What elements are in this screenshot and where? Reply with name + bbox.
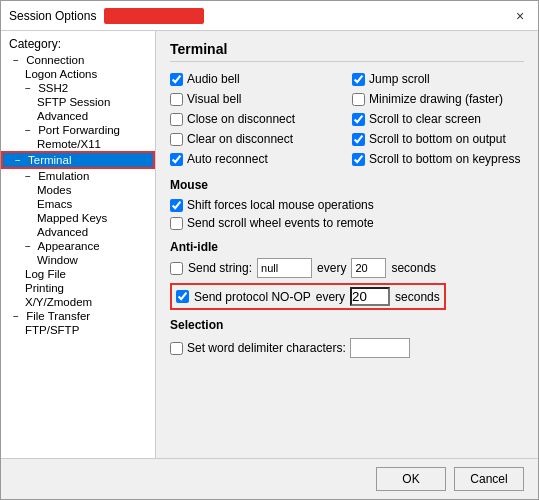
send-noop-input[interactable] [350,287,390,306]
category-label: Category: [1,35,155,53]
shift-forces-checkbox[interactable] [170,199,183,212]
sidebar-item-advanced[interactable]: Advanced [1,109,155,123]
close-button[interactable]: × [510,6,530,26]
sidebar-item-connection[interactable]: − Connection [1,53,155,67]
window-title: Session Options [9,9,96,23]
clear-disconnect-label: Clear on disconnect [187,132,293,146]
sidebar-item-label: File Transfer [26,310,90,322]
send-noop-checkbox[interactable] [176,290,189,303]
scroll-bottom-keypress-checkbox[interactable] [352,153,365,166]
sidebar-item-ssh2[interactable]: − SSH2 [1,81,155,95]
word-delimiter-input[interactable] [350,338,410,358]
sidebar: Category: − Connection Logon Actions − S… [1,31,156,458]
send-string-every-input[interactable] [351,258,386,278]
close-disconnect-checkbox[interactable] [170,113,183,126]
main-panel: Terminal Audio bell Jump scroll Visual b… [156,31,538,458]
sidebar-item-label: Emacs [37,198,72,210]
scroll-to-bottom-output-row: Scroll to bottom on output [352,130,524,148]
scroll-bottom-output-checkbox[interactable] [352,133,365,146]
selection-section-title: Selection [170,318,524,332]
sidebar-item-label: X/Y/Zmodem [25,296,92,308]
shift-forces-label: Shift forces local mouse operations [187,198,374,212]
sidebar-item-label: SSH2 [38,82,68,94]
jump-scroll-row: Jump scroll [352,70,524,88]
sidebar-item-file-transfer[interactable]: − File Transfer [1,309,155,323]
sidebar-item-logon-actions[interactable]: Logon Actions [1,67,155,81]
every-label: every [317,261,346,275]
sidebar-item-label: Mapped Keys [37,212,107,224]
scroll-to-clear-row: Scroll to clear screen [352,110,524,128]
audio-bell-label: Audio bell [187,72,240,86]
visual-bell-checkbox[interactable] [170,93,183,106]
expand-icon: − [15,155,25,166]
panel-title: Terminal [170,41,524,62]
clear-on-disconnect-row: Clear on disconnect [170,130,342,148]
close-disconnect-label: Close on disconnect [187,112,295,126]
word-delimiter-row: Set word delimiter characters: [170,336,524,360]
auto-reconnect-row: Auto reconnect [170,150,342,168]
scroll-bottom-output-label: Scroll to bottom on output [369,132,506,146]
expand-icon: − [13,311,23,322]
noop-every-label: every [316,290,345,304]
sidebar-item-advanced-term[interactable]: Advanced [1,225,155,239]
sidebar-item-printing[interactable]: Printing [1,281,155,295]
minimize-drawing-label: Minimize drawing (faster) [369,92,503,106]
send-scroll-checkbox[interactable] [170,217,183,230]
cancel-button[interactable]: Cancel [454,467,524,491]
jump-scroll-label: Jump scroll [369,72,430,86]
sidebar-item-emulation[interactable]: − Emulation [1,169,155,183]
sidebar-item-label: Remote/X11 [37,138,101,150]
ok-button[interactable]: OK [376,467,446,491]
send-noop-label: Send protocol NO-OP [194,290,311,304]
sidebar-item-label: Log File [25,268,66,280]
send-string-checkbox[interactable] [170,262,183,275]
send-scroll-row: Send scroll wheel events to remote [170,214,524,232]
sidebar-item-log-file[interactable]: Log File [1,267,155,281]
jump-scroll-checkbox[interactable] [352,73,365,86]
auto-reconnect-label: Auto reconnect [187,152,268,166]
sidebar-item-window[interactable]: Window [1,253,155,267]
sidebar-item-modes[interactable]: Modes [1,183,155,197]
sidebar-item-xy-zmodem[interactable]: X/Y/Zmodem [1,295,155,309]
footer: OK Cancel [1,458,538,499]
sidebar-item-label: SFTP Session [37,96,110,108]
sidebar-item-emacs[interactable]: Emacs [1,197,155,211]
audio-bell-checkbox[interactable] [170,73,183,86]
sidebar-item-label: Advanced [37,110,88,122]
sidebar-item-terminal[interactable]: − Terminal [1,151,155,169]
expand-icon: − [13,55,23,66]
visual-bell-row: Visual bell [170,90,342,108]
seconds-label: seconds [391,261,436,275]
sidebar-item-label: Logon Actions [25,68,97,80]
minimize-drawing-row: Minimize drawing (faster) [352,90,524,108]
shift-forces-row: Shift forces local mouse operations [170,196,524,214]
clear-disconnect-checkbox[interactable] [170,133,183,146]
send-string-label: Send string: [188,261,252,275]
send-string-row: Send string: every seconds [170,258,524,278]
word-delimiter-checkbox[interactable] [170,342,183,355]
noop-seconds-label: seconds [395,290,440,304]
session-options-window: Session Options × Category: − Connection… [0,0,539,500]
sidebar-item-appearance[interactable]: − Appearance [1,239,155,253]
sidebar-item-port-forwarding[interactable]: − Port Forwarding [1,123,155,137]
expand-icon: − [25,171,35,182]
options-grid: Audio bell Jump scroll Visual bell Minim… [170,70,524,168]
scroll-clear-checkbox[interactable] [352,113,365,126]
sidebar-item-mapped-keys[interactable]: Mapped Keys [1,211,155,225]
sidebar-item-label: Terminal [28,154,71,166]
send-noop-row: Send protocol NO-OP every seconds [170,283,446,310]
sidebar-item-remote-x11[interactable]: Remote/X11 [1,137,155,151]
scroll-bottom-keypress-label: Scroll to bottom on keypress [369,152,520,166]
sidebar-item-label: Printing [25,282,64,294]
sidebar-item-label: Advanced [37,226,88,238]
expand-icon: − [25,125,35,136]
sidebar-item-sftp-session[interactable]: SFTP Session [1,95,155,109]
minimize-drawing-checkbox[interactable] [352,93,365,106]
sidebar-item-label: Appearance [38,240,100,252]
audio-bell-row: Audio bell [170,70,342,88]
send-string-input[interactable] [257,258,312,278]
close-on-disconnect-row: Close on disconnect [170,110,342,128]
auto-reconnect-checkbox[interactable] [170,153,183,166]
send-scroll-label: Send scroll wheel events to remote [187,216,374,230]
sidebar-item-ftp-sftp[interactable]: FTP/SFTP [1,323,155,337]
